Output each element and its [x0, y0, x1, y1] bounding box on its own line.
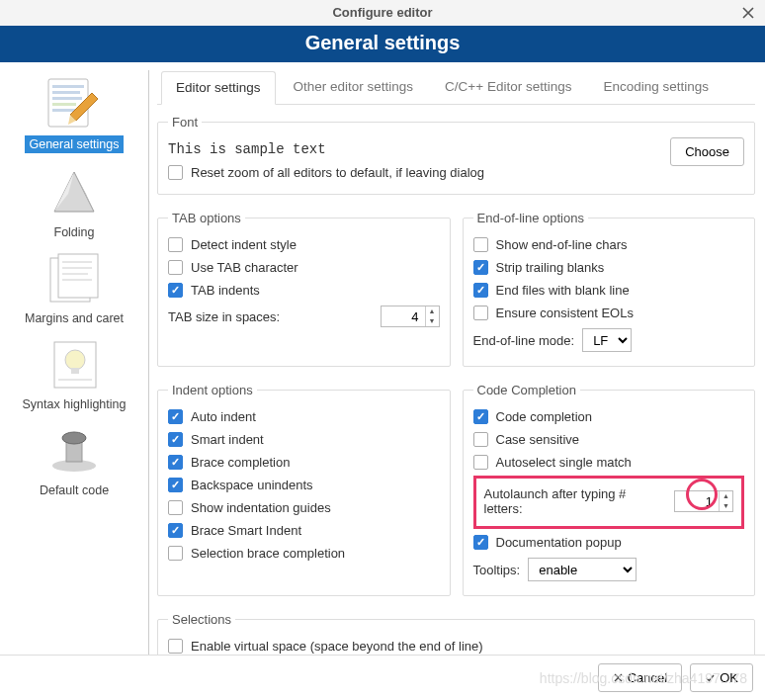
page-pencil-icon: [40, 72, 109, 133]
backspace-unindent-checkbox[interactable]: [168, 478, 183, 492]
show-eol-label: Show end-of-line chars: [496, 237, 628, 252]
eol-mode-label: End-of-line mode:: [473, 333, 575, 348]
indent-guides-checkbox[interactable]: [168, 500, 183, 515]
reset-zoom-label: Reset zoom of all editors to default, if…: [191, 165, 484, 180]
svg-rect-17: [71, 368, 79, 374]
font-group: Font This is sample text Reset zoom of a…: [157, 115, 755, 195]
show-eol-checkbox[interactable]: [473, 237, 488, 252]
brace-completion-label: Brace completion: [191, 455, 290, 470]
use-tab-checkbox[interactable]: [168, 260, 183, 275]
smart-indent-checkbox[interactable]: [168, 432, 183, 447]
tab-size-input[interactable]: [382, 306, 425, 326]
sidebar-item-label: Folding: [54, 225, 95, 239]
stamp-icon: [40, 419, 109, 481]
auto-indent-checkbox[interactable]: [168, 409, 183, 424]
ok-button[interactable]: OK: [690, 663, 753, 692]
tab-options-legend: TAB options: [168, 211, 245, 225]
tooltips-select[interactable]: enable: [528, 558, 637, 581]
svg-rect-3: [52, 97, 82, 100]
tab-indents-label: TAB indents: [191, 283, 260, 298]
highlight-annotation: Autolaunch after typing # letters: ▲▼: [473, 476, 745, 529]
eol-mode-select[interactable]: LF: [582, 328, 632, 352]
cc-enabled-checkbox[interactable]: [473, 409, 488, 424]
use-tab-label: Use TAB character: [191, 260, 298, 275]
svg-marker-6: [54, 172, 94, 212]
brace-smart-label: Brace Smart Indent: [191, 523, 301, 538]
title-bar: Configure editor: [0, 0, 765, 26]
brace-completion-checkbox[interactable]: [168, 455, 183, 470]
font-legend: Font: [168, 115, 202, 130]
cancel-button[interactable]: Cancel: [598, 663, 682, 692]
sidebar-item-label: Default code: [40, 483, 109, 497]
virtual-space-label: Enable virtual space (space beyond the e…: [191, 639, 483, 654]
sidebar-item-general[interactable]: General settings: [8, 70, 140, 157]
tabs: Editor settings Other editor settings C/…: [157, 70, 755, 105]
indent-guides-label: Show indentation guides: [191, 500, 331, 515]
detect-indent-checkbox[interactable]: [168, 237, 183, 252]
tooltips-label: Tooltips:: [473, 563, 521, 577]
indent-legend: Indent options: [168, 383, 257, 397]
autolaunch-label: Autolaunch after typing # letters:: [484, 486, 667, 516]
selections-legend: Selections: [168, 612, 235, 627]
sidebar: General settings Folding Margins and car…: [0, 62, 148, 669]
spinner-up-icon[interactable]: ▲: [426, 306, 439, 316]
tab-cpp-editor[interactable]: C/C++ Editor settings: [431, 71, 585, 105]
sidebar-item-label: General settings: [25, 135, 123, 153]
cc-autosel-label: Autoselect single match: [496, 455, 632, 470]
brace-smart-checkbox[interactable]: [168, 523, 183, 538]
notes-icon: [40, 247, 109, 308]
svg-rect-4: [52, 103, 76, 106]
tab-size-spinner[interactable]: ▲▼: [381, 306, 440, 327]
sidebar-item-label: Syntax highlighting: [23, 397, 127, 411]
tab-options-group: TAB options Detect indent style Use TAB …: [157, 211, 451, 367]
font-sample: This is sample text: [168, 137, 670, 161]
eol-legend: End-of-line options: [473, 211, 588, 225]
svg-rect-2: [52, 91, 80, 94]
cc-enabled-label: Code completion: [496, 409, 593, 424]
lightbulb-page-icon: [40, 333, 109, 394]
sidebar-item-label: Margins and caret: [25, 311, 124, 325]
spinner-down-icon[interactable]: ▼: [426, 316, 439, 326]
sidebar-item-folding[interactable]: Folding: [8, 159, 140, 243]
smart-indent-label: Smart indent: [191, 432, 264, 447]
svg-point-16: [65, 350, 85, 370]
tab-editor-settings[interactable]: Editor settings: [161, 71, 276, 105]
sidebar-item-margins[interactable]: Margins and caret: [8, 245, 140, 329]
tab-other-editor[interactable]: Other editor settings: [280, 71, 428, 105]
strip-blanks-checkbox[interactable]: [473, 260, 488, 275]
svg-rect-10: [58, 254, 98, 298]
choose-font-button[interactable]: Choose: [670, 137, 744, 166]
cc-autosel-checkbox[interactable]: [473, 455, 488, 470]
content-pane: Editor settings Other editor settings C/…: [149, 62, 765, 669]
end-blank-checkbox[interactable]: [473, 283, 488, 298]
sidebar-item-default-code[interactable]: Default code: [8, 417, 140, 501]
virtual-space-checkbox[interactable]: [168, 639, 183, 654]
cc-legend: Code Completion: [473, 383, 580, 397]
tab-size-label: TAB size in spaces:: [168, 309, 280, 324]
code-completion-group: Code Completion Code completion Case sen…: [463, 383, 756, 596]
sel-brace-label: Selection brace completion: [191, 546, 345, 561]
close-icon[interactable]: [739, 4, 757, 22]
highlight-circle-icon: [686, 479, 718, 510]
reset-zoom-checkbox[interactable]: [168, 165, 183, 180]
detect-indent-label: Detect indent style: [191, 237, 297, 252]
cc-case-checkbox[interactable]: [473, 432, 488, 447]
sidebar-item-syntax[interactable]: Syntax highlighting: [8, 331, 140, 415]
header-title: General settings: [305, 32, 461, 53]
end-blank-label: End files with blank line: [496, 283, 630, 298]
svg-rect-1: [52, 85, 84, 88]
sel-brace-checkbox[interactable]: [168, 546, 183, 561]
tab-encoding[interactable]: Encoding settings: [589, 71, 722, 105]
tab-indents-checkbox[interactable]: [168, 283, 183, 298]
svg-point-21: [62, 432, 86, 444]
spinner-down-icon[interactable]: ▼: [720, 501, 732, 511]
spinner-up-icon[interactable]: ▲: [720, 491, 732, 501]
footer: Cancel OK: [0, 655, 765, 700]
origami-icon: [40, 161, 109, 222]
backspace-unindent-label: Backspace unindents: [191, 478, 313, 492]
header-band: General settings: [0, 26, 765, 62]
indent-group: Indent options Auto indent Smart indent …: [157, 383, 451, 596]
consistent-eol-checkbox[interactable]: [473, 306, 488, 320]
doc-popup-checkbox[interactable]: [473, 535, 488, 550]
window-title: Configure editor: [332, 5, 432, 20]
